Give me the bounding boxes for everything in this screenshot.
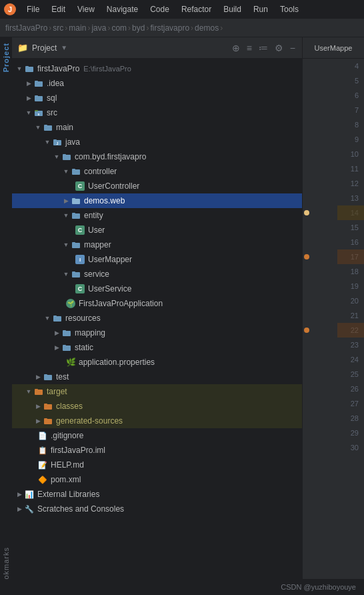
combyd-folder-icon xyxy=(61,151,72,162)
menu-code[interactable]: Code xyxy=(145,3,175,15)
target-arrow: ▼ xyxy=(24,387,33,396)
root-label: firstJavaPro xyxy=(37,64,79,73)
menu-file[interactable]: File xyxy=(21,3,45,15)
tree-usercontroller[interactable]: C UserController xyxy=(12,179,302,193)
menu-tools[interactable]: Tools xyxy=(275,3,304,15)
tree-target[interactable]: ▼ target xyxy=(12,384,302,399)
tree-iml[interactable]: 📋 firstJavaPro.iml xyxy=(12,443,302,458)
svg-rect-34 xyxy=(44,375,52,380)
scratches-label: Scratches and Consoles xyxy=(37,504,124,514)
tree-firstjavaproapplication[interactable]: 🌱 FirstJavaProApplication xyxy=(12,296,302,311)
usermapper-label: UserMapper xyxy=(88,255,132,264)
tree-mapping[interactable]: ▶ mapping xyxy=(12,326,302,340)
line-26: 26 xyxy=(303,382,364,396)
tree-test[interactable]: ▶ test xyxy=(12,370,302,384)
menu-refactor[interactable]: Refactor xyxy=(176,3,217,15)
svg-rect-5 xyxy=(35,81,38,82)
tree-userservice[interactable]: C UserService xyxy=(12,281,302,296)
panel-folder-icon: 📁 xyxy=(17,43,28,53)
demosweb-label: demos.web xyxy=(84,196,125,205)
tree-user[interactable]: C User xyxy=(12,223,302,237)
menu-view[interactable]: View xyxy=(72,3,100,15)
idea-arrow: ▶ xyxy=(24,79,33,88)
breadcrumb-byd[interactable]: byd xyxy=(132,23,145,33)
line-19: 19 xyxy=(303,279,364,293)
svg-rect-12 xyxy=(44,125,47,126)
line-12: 12 xyxy=(303,176,364,191)
sidebar-project-label[interactable]: Project xyxy=(2,43,10,72)
svg-rect-27 xyxy=(72,271,75,273)
filter-icon[interactable]: ≔ xyxy=(257,41,269,55)
tree-src[interactable]: ▼ s src xyxy=(12,105,302,120)
tree-pom[interactable]: 🔶 pom.xml xyxy=(12,472,302,487)
breadcrumb-firstjavapro[interactable]: firstjavapro xyxy=(150,23,189,33)
applicationprops-label: application.properties xyxy=(79,358,155,367)
breadcrumb-java[interactable]: java xyxy=(91,23,106,33)
tree-classes[interactable]: ▶ classes xyxy=(12,399,302,414)
usercontroller-label: UserController xyxy=(88,181,139,191)
mapper-arrow: ▼ xyxy=(61,240,71,249)
menu-edit[interactable]: Edit xyxy=(46,3,71,15)
tree-static[interactable]: ▶ static xyxy=(12,340,302,355)
main-label: main xyxy=(56,123,73,132)
line-30: 30 xyxy=(303,440,364,455)
tree-help[interactable]: 📝 HELP.md xyxy=(12,458,302,472)
resources-arrow: ▼ xyxy=(43,314,52,323)
tree-root[interactable]: ▼ firstJavaPro E:\firstJavaPro xyxy=(12,61,302,76)
main-arrow: ▼ xyxy=(33,123,43,132)
tree-gitignore[interactable]: 📄 .gitignore xyxy=(12,428,302,443)
locate-icon[interactable]: ⊕ xyxy=(231,41,241,55)
breadcrumb-main[interactable]: main xyxy=(69,23,86,33)
tree-usermapper[interactable]: I UserMapper xyxy=(12,252,302,267)
line-21: 21 xyxy=(303,308,364,323)
line-6: 6 xyxy=(303,88,364,103)
tree-sql[interactable]: ▶ sql xyxy=(12,91,302,105)
controller-folder-icon xyxy=(71,166,81,177)
mapping-label: mapping xyxy=(75,328,105,338)
svg-rect-36 xyxy=(35,390,43,395)
menu-run[interactable]: Run xyxy=(248,3,273,15)
line-15: 15 xyxy=(303,220,364,235)
test-label: test xyxy=(56,372,69,382)
tree-main[interactable]: ▼ main xyxy=(12,120,302,135)
svg-rect-26 xyxy=(72,272,80,277)
svg-text:s: s xyxy=(38,112,40,116)
sql-folder-icon xyxy=(33,93,44,103)
tree-generatedsources[interactable]: ▶ generated-sources xyxy=(12,414,302,428)
pom-label: pom.xml xyxy=(51,475,81,484)
minimize-icon[interactable]: − xyxy=(289,41,297,55)
tree-scratches[interactable]: ▶ 🔧 Scratches and Consoles xyxy=(12,502,302,516)
settings-icon[interactable]: ⚙ xyxy=(273,41,285,55)
sort-icon[interactable]: ≡ xyxy=(245,41,253,55)
menu-navigate[interactable]: Navigate xyxy=(101,3,143,15)
panel-dropdown-icon[interactable]: ▼ xyxy=(61,44,67,51)
tree-entity[interactable]: ▼ entity xyxy=(12,208,302,223)
tree-demosweb[interactable]: ▶ demos.web xyxy=(12,193,302,208)
breadcrumb: firstJavaPro › src › main › java › com ›… xyxy=(0,19,364,37)
breadcrumb-project[interactable]: firstJavaPro xyxy=(5,23,47,33)
panel-icons: ⊕ ≡ ≔ ⚙ − xyxy=(231,41,297,55)
breadcrumb-demos[interactable]: demos xyxy=(195,23,219,33)
usercontroller-class-icon: C xyxy=(75,181,85,191)
tree-resources[interactable]: ▼ resources xyxy=(12,311,302,326)
tree-idea[interactable]: ▶ .idea xyxy=(12,76,302,91)
demosweb-arrow: ▶ xyxy=(61,196,71,205)
tree-controller[interactable]: ▼ controller xyxy=(12,164,302,179)
menu-build[interactable]: Build xyxy=(218,3,247,15)
breadcrumb-com[interactable]: com xyxy=(111,23,127,33)
static-arrow: ▶ xyxy=(52,343,61,352)
tree-external-libs[interactable]: ▶ 📊 External Libraries xyxy=(12,487,302,502)
combyd-label: com.byd.firstjavapro xyxy=(75,152,146,161)
tree-combyd[interactable]: ▼ com.byd.firstjavapro xyxy=(12,149,302,164)
tree-service[interactable]: ▼ service xyxy=(12,267,302,281)
tree-mapper[interactable]: ▼ mapper xyxy=(12,237,302,252)
external-libs-arrow: ▶ xyxy=(15,490,24,499)
tree-container[interactable]: ▼ firstJavaPro E:\firstJavaPro ▶ .idea ▶ xyxy=(12,59,302,595)
tree-java[interactable]: ▼ J java xyxy=(12,135,302,149)
breadcrumb-src[interactable]: src xyxy=(53,23,63,33)
gutter-tab[interactable]: UserMappe xyxy=(303,37,364,59)
java-folder-icon: J xyxy=(52,137,63,147)
tree-applicationprops[interactable]: 🌿 application.properties xyxy=(12,355,302,370)
mapping-arrow: ▶ xyxy=(52,328,61,338)
sql-arrow: ▶ xyxy=(24,93,33,103)
